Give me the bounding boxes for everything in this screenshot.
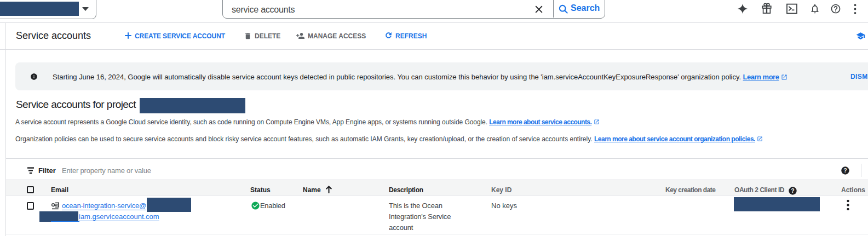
- svg-text:?: ?: [791, 187, 794, 194]
- svg-text:?: ?: [843, 167, 847, 174]
